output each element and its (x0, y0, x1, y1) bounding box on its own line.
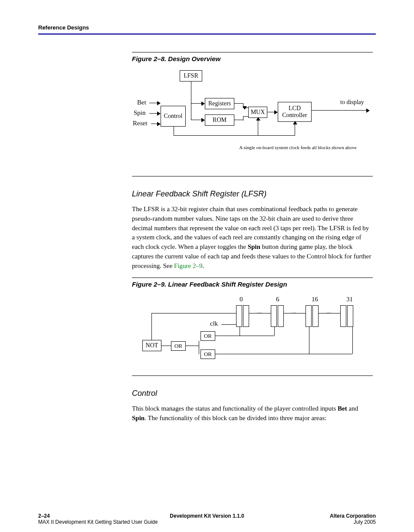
figure1-note: A single on-board system clock feeds all… (223, 145, 373, 150)
section-lfsr-heading: Linear Feedback Shift Register (LFSR) (132, 189, 373, 199)
figure2-rule-top (132, 277, 373, 278)
reg-box (236, 305, 242, 327)
section-lfsr-paragraph: The LFSR is a 32-bit register chain that… (132, 205, 373, 271)
line (174, 127, 174, 135)
running-header: Reference Designs (38, 24, 376, 33)
tap-31: 31 (346, 296, 353, 303)
tap-16: 16 (312, 296, 318, 303)
spin-label: Spin (134, 109, 146, 117)
line (352, 327, 353, 354)
figure1-diagram: LFSR Bet Spin Reset Control Registers RO… (132, 70, 373, 170)
line (274, 327, 275, 336)
line (191, 82, 191, 103)
line (243, 116, 243, 121)
line (174, 135, 295, 136)
reg-box (271, 305, 277, 327)
date: July 2005 (330, 519, 376, 525)
lfsr-para-c: . (202, 262, 204, 269)
reg-box (243, 305, 249, 327)
bet-label: Bet (137, 99, 146, 106)
figure-2-9-link[interactable]: Figure 2–9 (174, 262, 202, 269)
reg-box (347, 305, 353, 327)
arrow-head (157, 122, 161, 126)
line (191, 103, 191, 120)
or-mid-box: OR (171, 341, 186, 351)
arrow-head (157, 101, 161, 105)
line (151, 313, 236, 313)
line (199, 341, 199, 346)
registers-box: Registers (205, 98, 234, 109)
line (249, 313, 271, 313)
lfsr-box: LFSR (180, 70, 202, 82)
or-bot-box: OR (200, 349, 215, 359)
line (221, 324, 236, 325)
figure2-caption: Figure 2–9. Linear Feedback Shift Regist… (132, 281, 373, 288)
clk-label: clk (210, 320, 218, 327)
line (215, 336, 274, 336)
line (215, 354, 352, 354)
header-rule (38, 33, 376, 35)
line (199, 346, 199, 354)
line (234, 120, 243, 120)
line (309, 327, 309, 354)
arrow-head (293, 121, 297, 124)
arrow-head (274, 110, 278, 114)
not-box: NOT (142, 340, 161, 351)
arrow-head (201, 101, 205, 106)
footer-center: Development Kit Version 1.1.0 (38, 513, 376, 519)
reg-box (340, 305, 346, 327)
figure2-diagram: 0 6 16 31 ... ... ... clk OR NOT OR (132, 296, 373, 369)
section-control-paragraph: This block manages the status and functi… (132, 404, 373, 423)
line (240, 327, 240, 336)
rom-box: ROM (205, 114, 234, 126)
mux-box: MUX (248, 107, 267, 118)
reg-box (306, 305, 312, 327)
section-control-heading: Control (132, 389, 373, 398)
line (234, 103, 243, 104)
reg-box (278, 305, 284, 327)
dots: ... (326, 308, 331, 315)
line (319, 313, 340, 313)
control-para-b: . The functionality of this block can be… (145, 415, 326, 421)
doc-title: MAX II Development Kit Getting Started U… (38, 519, 158, 525)
company-name: Altera Corporation (330, 513, 376, 519)
arrow-head (201, 118, 205, 122)
arrow-head (157, 111, 161, 116)
dots: ... (257, 308, 262, 315)
footer-right: Altera Corporation July 2005 (330, 513, 376, 525)
tap-0: 0 (240, 296, 243, 303)
figure2-rule-bot (132, 375, 373, 376)
figure1-rule-bot (132, 176, 373, 176)
control-box: Control (161, 106, 186, 127)
figure1-rule-top (132, 52, 373, 52)
dots: ... (292, 308, 296, 315)
line (186, 346, 199, 346)
reset-label: Reset (133, 120, 147, 127)
line (161, 346, 171, 346)
or-top-box: OR (200, 331, 215, 341)
line (284, 313, 306, 313)
spin-bold: Spin (248, 243, 260, 250)
control-para-a: This block manages the status and functi… (132, 405, 338, 412)
content-column: Figure 2–8. Design Overview LFSR Bet Spi… (132, 52, 373, 423)
line (151, 313, 152, 340)
reg-box (312, 305, 319, 327)
to-display-label: to display (340, 99, 364, 106)
and-word: and (347, 405, 358, 412)
lcd-line1: LCD (289, 105, 301, 112)
bet-bold: Bet (338, 405, 347, 412)
line (258, 118, 258, 135)
lcd-line2: Controller (282, 112, 307, 119)
line (312, 110, 368, 111)
tap-6: 6 (276, 296, 279, 303)
spin-bold-2: Spin (132, 415, 145, 421)
figure1-caption: Figure 2–8. Design Overview (132, 55, 373, 62)
arrow-head (366, 108, 370, 113)
lcd-controller-box: LCD Controller (278, 102, 312, 122)
arrow-head (256, 117, 260, 121)
